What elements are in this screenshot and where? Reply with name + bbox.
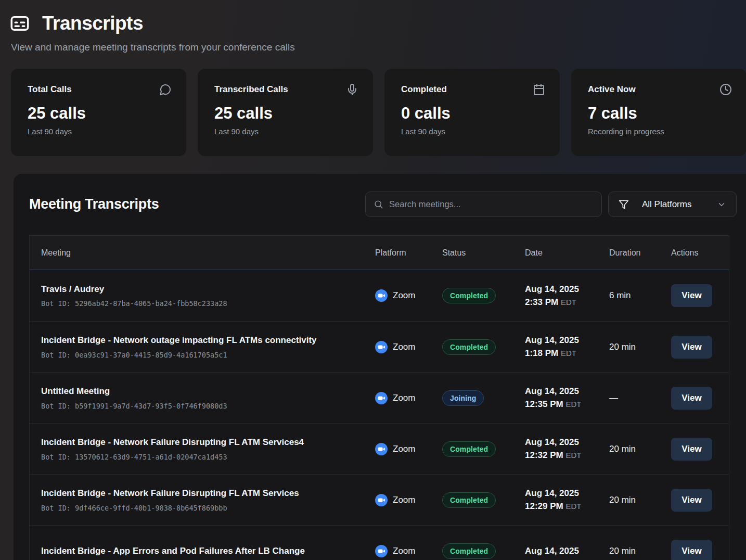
captions-icon (9, 12, 31, 34)
search-box (365, 192, 602, 217)
meeting-title: Incident Bridge - App Errors and Pod Fai… (41, 545, 359, 556)
meeting-title: Incident Bridge - Network outage impacti… (41, 335, 359, 346)
stat-card-active-now: Active Now 7 calls Recording in progress (571, 69, 746, 156)
column-header-date: Date (525, 248, 609, 258)
meeting-duration: 20 min (609, 546, 671, 556)
stat-label: Transcribed Calls (214, 84, 288, 95)
platform-label: Zoom (393, 495, 415, 505)
zoom-platform-icon (375, 494, 388, 506)
meeting-title: Incident Bridge - Network Failure Disrup… (41, 488, 359, 499)
stat-value: 25 calls (28, 104, 172, 123)
zoom-platform-icon (375, 289, 388, 302)
meeting-bot-id: Bot ID: b59f1991-9a7d-43d7-93f5-0f746f90… (41, 402, 359, 410)
meeting-date: Aug 14, 2025 (525, 284, 609, 295)
meeting-bot-id: Bot ID: 9df466ce-9ffd-40b1-9838-8b645f86… (41, 504, 359, 512)
stat-value: 7 calls (588, 104, 732, 123)
zoom-platform-icon (375, 341, 388, 353)
meeting-duration: 20 min (609, 495, 671, 505)
page-subtitle: View and manage meeting transcripts from… (11, 42, 735, 53)
stat-sub: Last 90 days (214, 127, 358, 136)
zoom-platform-icon (375, 443, 388, 455)
view-button[interactable]: View (671, 387, 712, 410)
meeting-time: 12:32 PM EDT (525, 450, 609, 461)
microphone-icon (346, 83, 358, 96)
column-header-duration: Duration (609, 248, 671, 258)
stat-sub: Last 90 days (28, 127, 172, 136)
status-badge: Joining (442, 390, 484, 406)
meeting-transcripts-panel: Meeting Transcripts All Platforms (14, 174, 746, 560)
meeting-title: Incident Bridge - Network Failure Disrup… (41, 437, 359, 448)
zoom-platform-icon (375, 545, 388, 557)
status-badge: Completed (442, 441, 496, 457)
platform-label: Zoom (393, 290, 415, 301)
stat-sub: Recording in progress (588, 127, 732, 136)
status-badge: Completed (442, 492, 496, 508)
view-button[interactable]: View (671, 336, 712, 359)
view-button[interactable]: View (671, 540, 712, 560)
table-header-row: Meeting Platform Status Date Duration Ac… (30, 236, 729, 270)
stat-label: Active Now (588, 84, 636, 95)
meeting-title: Travis / Audrey (41, 284, 359, 295)
stat-card-completed: Completed 0 calls Last 90 days (384, 69, 560, 156)
column-header-meeting: Meeting (30, 248, 375, 258)
stat-label: Completed (401, 84, 447, 95)
view-button[interactable]: View (671, 489, 712, 512)
stat-card-transcribed-calls: Transcribed Calls 25 calls Last 90 days (198, 69, 373, 156)
page-header: Transcripts View and manage meeting tran… (0, 0, 746, 53)
meeting-duration: 20 min (609, 444, 671, 454)
stat-value: 25 calls (214, 104, 358, 123)
filter-selected-value: All Platforms (642, 199, 691, 210)
meeting-duration: 6 min (609, 290, 671, 301)
platform-label: Zoom (393, 342, 415, 352)
table-row: Untitled Meeting Bot ID: b59f1991-9a7d-4… (30, 372, 729, 423)
search-icon (374, 199, 383, 209)
zoom-platform-icon (375, 392, 388, 404)
meeting-bot-id: Bot ID: 0ea93c91-37a0-4415-85d9-4a161705… (41, 351, 359, 359)
meeting-time: 1:18 PM EDT (525, 348, 609, 359)
meeting-bot-id: Bot ID: 5296ab42-87ba-4065-ba24-fbb58c23… (41, 299, 359, 308)
table-row: Incident Bridge - Network Failure Disrup… (30, 474, 729, 525)
stat-label: Total Calls (28, 84, 72, 95)
chevron-down-icon (717, 200, 726, 209)
view-button[interactable]: View (671, 438, 712, 461)
column-header-status: Status (442, 248, 525, 258)
transcripts-table: Meeting Platform Status Date Duration Ac… (29, 235, 729, 560)
transcripts-page: Transcripts View and manage meeting tran… (0, 0, 746, 560)
filter-funnel-icon (619, 199, 629, 210)
platform-label: Zoom (393, 444, 415, 454)
meeting-date: Aug 14, 2025 (525, 546, 609, 556)
meeting-time: 12:35 PM EDT (525, 399, 609, 410)
status-badge: Completed (442, 339, 496, 355)
meeting-duration: 20 min (609, 342, 671, 352)
stat-card-total-calls: Total Calls 25 calls Last 90 days (11, 69, 186, 156)
meeting-title: Untitled Meeting (41, 386, 359, 397)
platform-label: Zoom (393, 546, 415, 556)
meeting-bot-id: Bot ID: 13570612-63d9-4751-a61d-02047ca1… (41, 453, 359, 461)
platform-filter-dropdown[interactable]: All Platforms (608, 192, 737, 217)
meeting-duration: — (609, 393, 671, 403)
clock-icon (719, 83, 732, 96)
view-button[interactable]: View (671, 284, 712, 307)
search-input[interactable] (389, 199, 594, 209)
status-badge: Completed (442, 288, 496, 303)
table-row: Travis / Audrey Bot ID: 5296ab42-87ba-40… (30, 270, 729, 321)
meeting-date: Aug 14, 2025 (525, 335, 609, 346)
speech-bubble-icon (159, 83, 172, 96)
stats-row: Total Calls 25 calls Last 90 days Transc… (0, 69, 746, 156)
column-header-platform: Platform (375, 248, 442, 258)
meeting-date: Aug 14, 2025 (525, 488, 609, 499)
table-row: Incident Bridge - Network outage impacti… (30, 321, 729, 372)
table-row: Incident Bridge - Network Failure Disrup… (30, 423, 729, 474)
stat-value: 0 calls (401, 104, 545, 123)
panel-title: Meeting Transcripts (29, 196, 159, 212)
table-row: Incident Bridge - App Errors and Pod Fai… (30, 525, 729, 560)
status-badge: Completed (442, 543, 496, 559)
page-title: Transcripts (42, 12, 143, 34)
meeting-date: Aug 14, 2025 (525, 386, 609, 397)
meeting-time: 2:33 PM EDT (525, 297, 609, 308)
column-header-actions: Actions (671, 248, 729, 258)
platform-label: Zoom (393, 393, 415, 403)
calendar-icon (533, 83, 545, 96)
table-body: Travis / Audrey Bot ID: 5296ab42-87ba-40… (30, 270, 729, 560)
meeting-time: 12:29 PM EDT (525, 501, 609, 512)
